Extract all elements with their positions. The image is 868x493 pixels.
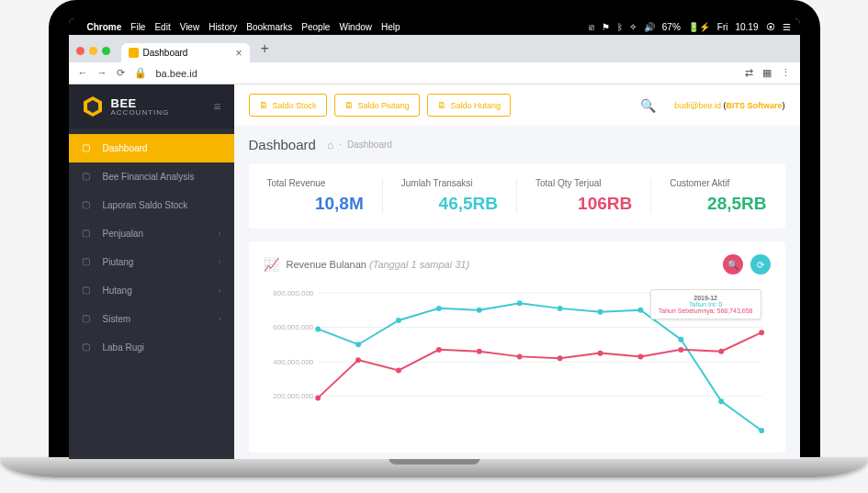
- nav-icon: ▢: [82, 228, 94, 240]
- chevron-right-icon: ›: [219, 258, 221, 266]
- sidebar-item-bee-financial-analysis[interactable]: ▢Bee Financial Analysis: [69, 162, 234, 191]
- menubar-item[interactable]: File: [130, 22, 145, 32]
- kpi-label: Customer Aktif: [670, 178, 766, 188]
- svg-point-32: [718, 349, 724, 354]
- battery-percent: 67%: [662, 22, 681, 32]
- nav-icon: ▢: [82, 256, 94, 268]
- user-info[interactable]: budi@bee.id (BITS Software): [674, 101, 784, 110]
- breadcrumb-current: Dashboard: [347, 140, 392, 150]
- menubar-item[interactable]: People: [301, 22, 330, 32]
- chevron-right-icon: ›: [219, 315, 221, 323]
- svg-text:600,000,000: 600,000,000: [273, 323, 313, 331]
- topbar: 🗎Saldo Stock🗎Saldo Piutang🗎Saldo Hutang …: [234, 84, 800, 126]
- nav-label: Penjualan: [103, 229, 143, 239]
- menubar-item[interactable]: View: [180, 22, 200, 32]
- svg-point-20: [718, 398, 724, 404]
- favicon-icon: [129, 48, 139, 58]
- kpi-label: Total Revenue: [267, 178, 364, 188]
- kpi-value: 46,5RB: [401, 194, 498, 214]
- translate-icon[interactable]: ⇄: [745, 67, 753, 79]
- svg-point-10: [315, 326, 321, 331]
- browser-tabbar: Dashboard × +: [69, 35, 800, 62]
- back-icon[interactable]: ←: [78, 67, 88, 79]
- bluetooth-icon[interactable]: ᛒ: [617, 22, 623, 32]
- sidebar-toggle-icon[interactable]: ≡: [213, 99, 220, 114]
- nav-label: Hutang: [103, 286, 132, 296]
- close-tab-icon[interactable]: ×: [235, 47, 242, 60]
- kpi-value: 10,8M: [267, 194, 364, 214]
- chevron-right-icon: ›: [219, 286, 221, 295]
- url-text[interactable]: ba.bee.id: [156, 68, 736, 79]
- battery-icon[interactable]: 🔋⚡: [688, 22, 710, 32]
- window-maximize-icon[interactable]: [102, 47, 110, 55]
- main-content: 🗎Saldo Stock🗎Saldo Piutang🗎Saldo Hutang …: [234, 84, 800, 459]
- control-center-icon[interactable]: ☰: [783, 22, 791, 32]
- sidebar-item-piutang[interactable]: ▢Piutang›: [69, 248, 234, 276]
- svg-point-23: [355, 357, 361, 363]
- reload-icon[interactable]: ⟳: [117, 67, 125, 79]
- user-email: budi@bee.id: [674, 101, 721, 110]
- sidebar-item-hutang[interactable]: ▢Hutang›: [69, 276, 234, 305]
- svg-point-28: [557, 355, 562, 361]
- svg-point-24: [396, 367, 401, 373]
- sidebar-item-dashboard[interactable]: ▢Dashboard: [69, 134, 234, 162]
- quicklink-saldo-stock[interactable]: 🗎Saldo Stock: [249, 94, 327, 117]
- window-minimize-icon[interactable]: [89, 47, 97, 55]
- page-header: Dashboard ⌂ · Dashboard: [234, 126, 800, 163]
- nav-icon: ▢: [82, 171, 94, 183]
- home-icon[interactable]: ⌂: [327, 139, 333, 151]
- chart-refresh-button[interactable]: ⟳: [750, 254, 771, 275]
- browser-menu-icon[interactable]: ⋮: [781, 67, 791, 79]
- extension-icon[interactable]: ▦: [762, 67, 772, 79]
- flag-icon[interactable]: ⚑: [602, 22, 610, 32]
- kpi-card: Jumlah Transaksi46,5RB: [383, 178, 517, 214]
- chart-area: 200,000,000400,000,000600,000,000800,000…: [264, 284, 771, 440]
- nav-icon: ▢: [82, 313, 94, 325]
- logo[interactable]: BEE ACCOUNTING ≡: [69, 84, 234, 129]
- nav-label: Laba Rugi: [103, 342, 145, 353]
- wifi-icon[interactable]: ⟡: [630, 21, 637, 32]
- breadcrumb: ⌂ · Dashboard: [327, 139, 392, 151]
- quicklink-saldo-piutang[interactable]: 🗎Saldo Piutang: [334, 94, 420, 117]
- mac-menubar: Chrome File Edit View History Bookmarks …: [69, 18, 800, 35]
- screenshare-icon[interactable]: ⎚: [589, 22, 594, 32]
- menubar-item[interactable]: Bookmarks: [246, 22, 292, 32]
- svg-point-22: [315, 395, 321, 400]
- volume-icon[interactable]: 🔊: [644, 22, 655, 32]
- sidebar-item-laba-rugi[interactable]: ▢Laba Rugi: [69, 333, 234, 362]
- kpi-card: Total Qty Terjual106RB: [517, 178, 651, 214]
- menubar-day: Fri: [717, 22, 728, 32]
- kpi-label: Jumlah Transaksi: [401, 178, 498, 188]
- tab-title: Dashboard: [143, 48, 188, 58]
- document-icon: 🗎: [437, 100, 446, 110]
- forward-icon[interactable]: →: [97, 67, 107, 79]
- sidebar-item-laporan-saldo-stock[interactable]: ▢Laporan Saldo Stock: [69, 191, 234, 219]
- spotlight-icon[interactable]: ⦿: [766, 22, 775, 32]
- window-close-icon[interactable]: [76, 47, 85, 55]
- sidebar-item-sistem[interactable]: ▢Sistem›: [69, 305, 234, 333]
- chart-search-button[interactable]: 🔍: [723, 254, 743, 275]
- kpi-card: Customer Aktif28,5RB: [651, 178, 784, 214]
- menubar-app[interactable]: Chrome: [87, 22, 122, 32]
- menubar-item[interactable]: Help: [381, 22, 400, 32]
- svg-point-19: [678, 337, 683, 342]
- svg-point-11: [355, 342, 361, 347]
- sidebar-item-penjualan[interactable]: ▢Penjualan›: [69, 219, 234, 248]
- nav-label: Piutang: [103, 257, 134, 267]
- svg-point-27: [516, 353, 522, 359]
- browser-tab[interactable]: Dashboard ×: [121, 43, 250, 62]
- new-tab-button[interactable]: +: [255, 40, 275, 62]
- user-company: BITS Software: [726, 101, 782, 110]
- menubar-item[interactable]: Edit: [154, 22, 170, 32]
- kpi-label: Total Qty Terjual: [535, 178, 632, 188]
- document-icon: 🗎: [259, 100, 268, 110]
- nav-label: Sistem: [103, 314, 131, 324]
- quicklink-saldo-hutang[interactable]: 🗎Saldo Hutang: [427, 94, 512, 117]
- menubar-item[interactable]: Window: [339, 22, 372, 32]
- svg-point-30: [637, 353, 643, 359]
- search-icon[interactable]: 🔍: [640, 98, 656, 113]
- menubar-item[interactable]: History: [209, 22, 237, 32]
- lock-icon[interactable]: 🔒: [134, 67, 147, 79]
- svg-point-15: [516, 300, 522, 306]
- svg-point-18: [637, 308, 643, 313]
